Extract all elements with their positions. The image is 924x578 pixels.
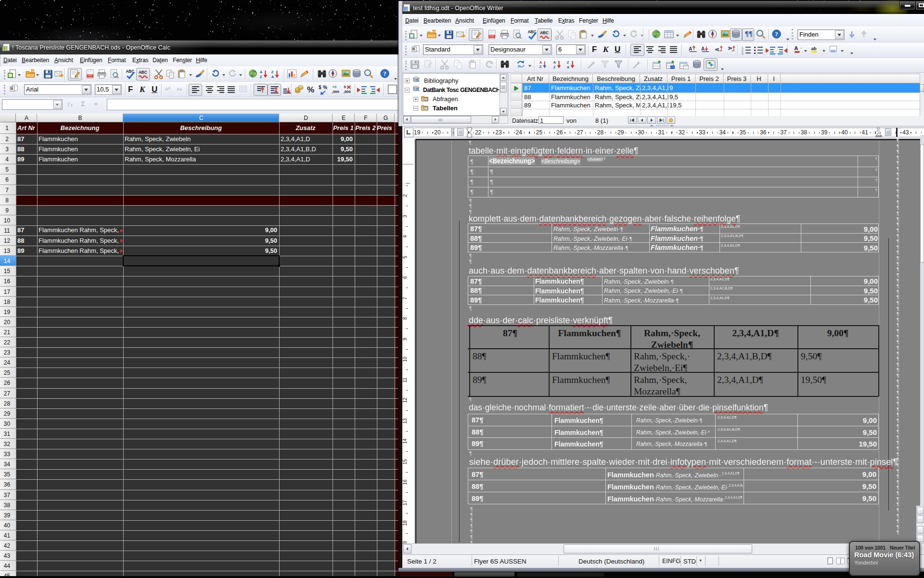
svg-text:¶: ¶: [897, 373, 899, 379]
svg-text:Σ: Σ: [81, 101, 85, 107]
svg-text:¶: ¶: [897, 530, 899, 535]
svg-text:¶: ¶: [897, 228, 899, 233]
svg-text:¶: ¶: [897, 519, 899, 524]
svg-text:A: A: [177, 86, 180, 92]
svg-text:¶: ¶: [897, 194, 899, 199]
svg-text:¶: ¶: [897, 435, 899, 440]
svg-text:A: A: [168, 86, 171, 90]
svg-text:?: ?: [775, 30, 778, 38]
svg-text:¶: ¶: [897, 278, 899, 284]
svg-text:A: A: [567, 65, 570, 69]
svg-text:PDF: PDF: [489, 35, 494, 38]
svg-text:¶: ¶: [897, 474, 899, 479]
svg-text:¶: ¶: [897, 200, 899, 205]
svg-text:A: A: [165, 86, 168, 92]
svg-text:A: A: [271, 75, 274, 79]
svg-text:¶: ¶: [897, 301, 899, 306]
svg-text:0: 0: [344, 85, 346, 89]
svg-text:A: A: [180, 88, 182, 91]
svg-text:¶: ¶: [897, 502, 899, 507]
svg-text:Z: Z: [567, 60, 569, 65]
svg-text:¶: ¶: [897, 334, 899, 340]
svg-text:¶: ¶: [897, 491, 899, 496]
svg-text:?: ?: [383, 70, 386, 77]
svg-text:A: A: [794, 45, 798, 51]
svg-text:¶: ¶: [897, 362, 899, 368]
svg-text:¶: ¶: [897, 513, 899, 519]
svg-text:A: A: [553, 60, 556, 65]
svg-text:¶: ¶: [897, 345, 899, 351]
svg-text:¶: ¶: [897, 340, 899, 345]
svg-text:¶: ¶: [897, 183, 899, 188]
svg-text:Z: Z: [260, 75, 262, 79]
svg-text:ABC: ABC: [139, 70, 147, 75]
svg-text:¶: ¶: [897, 485, 899, 490]
svg-text:¶: ¶: [897, 295, 899, 300]
svg-text:=: =: [94, 101, 98, 107]
svg-text:¶: ¶: [897, 390, 899, 395]
svg-text:¶: ¶: [897, 508, 899, 513]
svg-text:¶: ¶: [897, 418, 899, 423]
svg-text:A: A: [701, 46, 705, 52]
svg-text:+0: +0: [332, 85, 337, 89]
svg-text:¶: ¶: [897, 351, 899, 356]
svg-text:¶: ¶: [897, 245, 899, 250]
svg-text:¶: ¶: [897, 289, 899, 295]
svg-text:PDF: PDF: [88, 74, 92, 77]
svg-text:Z: Z: [539, 65, 542, 69]
svg-text:¶: ¶: [897, 160, 899, 166]
svg-text:A: A: [260, 70, 263, 74]
svg-text:¶: ¶: [897, 306, 899, 312]
svg-text:¶: ¶: [897, 497, 899, 502]
svg-text:¶: ¶: [897, 239, 899, 244]
svg-text:Z: Z: [553, 65, 556, 69]
svg-text:¶: ¶: [897, 139, 899, 144]
svg-text:Z: Z: [271, 70, 274, 74]
svg-text:ab: ab: [811, 46, 816, 51]
svg-text:¶: ¶: [897, 284, 899, 289]
svg-text:¶: ¶: [897, 469, 899, 474]
svg-text:¶: ¶: [897, 379, 899, 384]
svg-text:f: f: [68, 101, 70, 107]
svg-text:¶: ¶: [897, 525, 899, 530]
svg-text:¶: ¶: [897, 384, 899, 390]
svg-text:¶: ¶: [897, 250, 899, 255]
svg-text:¶¶: ¶¶: [745, 30, 753, 38]
svg-text:3.: 3.: [742, 52, 744, 55]
svg-text:¶: ¶: [897, 172, 899, 177]
svg-text:x: x: [71, 103, 73, 107]
svg-text:¶: ¶: [897, 166, 899, 171]
svg-text:¶: ¶: [897, 440, 899, 446]
svg-text:¶: ¶: [897, 424, 899, 429]
svg-text:A: A: [727, 47, 732, 50]
svg-text:¶: ¶: [897, 480, 899, 485]
svg-text:A: A: [689, 46, 692, 52]
svg-text:¶: ¶: [897, 189, 899, 194]
svg-text:¶: ¶: [897, 177, 899, 183]
svg-text:¶: ¶: [897, 368, 899, 373]
svg-text:$: $: [319, 85, 321, 90]
svg-text:¶: ¶: [897, 234, 899, 239]
svg-text:%: %: [323, 85, 327, 90]
svg-text:¶: ¶: [897, 356, 899, 362]
svg-text:,000: ,000: [344, 90, 351, 94]
svg-text:A: A: [715, 48, 720, 51]
svg-text:¶: ¶: [897, 429, 899, 434]
svg-text:¶: ¶: [897, 396, 899, 401]
svg-text:ABC: ABC: [540, 31, 549, 35]
svg-text:A: A: [539, 60, 542, 65]
svg-text:,000: ,000: [332, 90, 340, 94]
svg-text:¶: ¶: [897, 256, 899, 261]
svg-text:¶: ¶: [897, 446, 899, 451]
svg-text:¶: ¶: [897, 328, 899, 334]
svg-text:¶: ¶: [897, 205, 899, 210]
